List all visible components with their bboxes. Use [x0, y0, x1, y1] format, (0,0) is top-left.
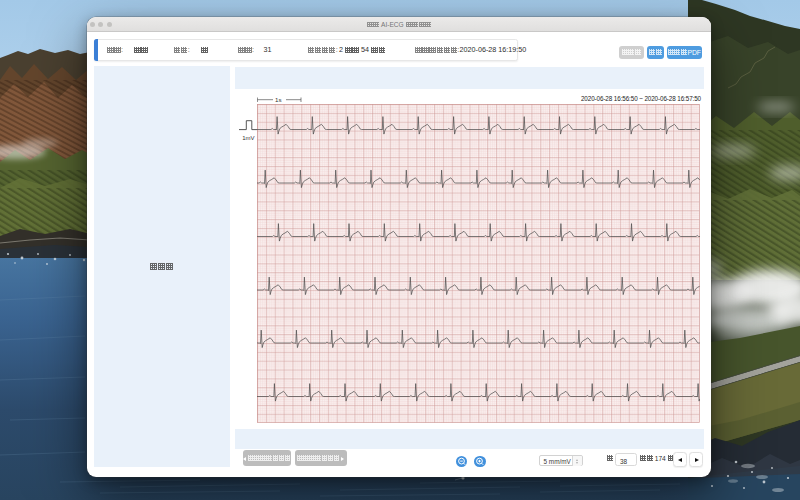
svg-text:1s: 1s [275, 96, 282, 103]
svg-text:1mV: 1mV [242, 135, 254, 141]
